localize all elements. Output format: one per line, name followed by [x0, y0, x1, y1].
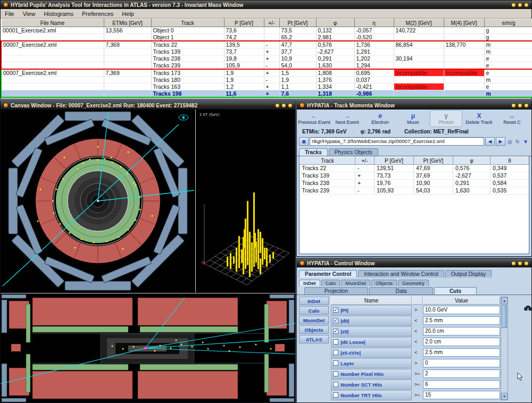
column-header[interactable]: M(2) [GeV]	[394, 19, 444, 27]
mass-table-row[interactable]: Tracks 239105,9-54,01,6301,294e	[1, 62, 532, 70]
cut-value-input[interactable]: 0	[423, 359, 500, 367]
momenta-table-row[interactable]: Tracks 238+19,7610,900,2910,584	[300, 180, 529, 187]
prev-file-button[interactable]: ◀	[485, 137, 495, 146]
mass-table-row[interactable]: 00001_Exercise2.xml13,556Object 073,673,…	[1, 27, 532, 34]
cut-name-cell[interactable]: |d0 Loose|	[331, 337, 412, 347]
column-header[interactable]: P [GeV]	[375, 157, 414, 165]
next-file-button[interactable]: ▶	[496, 137, 505, 146]
column-header[interactable]: Value	[423, 297, 500, 305]
menu-file[interactable]: File	[1, 10, 19, 18]
scroll-track[interactable]	[501, 329, 508, 393]
column-header[interactable]: +/-	[264, 19, 279, 27]
next-event-button[interactable]: →Next Event	[331, 110, 363, 127]
cut-value-input[interactable]: 2	[423, 370, 500, 378]
mass-table-row[interactable]: Tracks 23819,8+10,90,2911,20230,194e	[1, 55, 532, 62]
cut-value-input[interactable]: 6	[423, 380, 500, 389]
titlebar[interactable]: HYPATIA - Control Window	[297, 259, 531, 267]
column-header[interactable]: e/m/g	[484, 19, 532, 27]
mass-table-row[interactable]: Tracks 13973,7+37,7-2,6271,291m	[1, 48, 532, 55]
column-header[interactable]: Name	[331, 297, 412, 305]
titlebar[interactable]: Canvas Window - File: 00007_Exercise2.xm…	[1, 101, 295, 110]
lego-plot[interactable]: Σ ET (GeV)	[196, 110, 295, 292]
cut-checkbox[interactable]	[333, 339, 338, 345]
titlebar[interactable]: HYPATIA - Track Momenta Window	[297, 101, 531, 110]
scroll-thumb[interactable]	[502, 305, 507, 328]
column-header[interactable]: Track	[300, 157, 355, 165]
tab-calo[interactable]: Calo	[321, 280, 340, 286]
momenta-table-row[interactable]: Tracks 22-139,5147,690,5760,349	[300, 165, 529, 172]
cut-name-cell[interactable]: Number TRT Hits	[331, 390, 412, 400]
column-header[interactable]: η	[354, 19, 394, 27]
mass-table-row[interactable]: 00007_Exercise2.xml7,369Tracks 1731,9+1,…	[1, 69, 532, 77]
cut-name-cell[interactable]: |z0-zVtx|	[331, 348, 412, 358]
cut-checkbox[interactable]	[333, 360, 338, 366]
cut-name-cell[interactable]: ✓|d0|	[331, 316, 412, 326]
scroll-up-button[interactable]: ▲	[501, 297, 508, 304]
cut-value-input[interactable]: 2.5 mm	[423, 348, 500, 357]
cut-value-input[interactable]: 20.0 cm	[423, 327, 500, 335]
cut-checkbox[interactable]	[333, 371, 338, 376]
minimize-button[interactable]	[275, 103, 280, 108]
menu-help[interactable]: Help	[118, 10, 138, 18]
tab-data[interactable]: Data	[369, 287, 433, 295]
minimize-button[interactable]	[511, 3, 516, 7]
cut-checkbox[interactable]	[333, 392, 338, 398]
tab-tracks[interactable]: Tracks	[299, 148, 328, 156]
mass-table-row-selected[interactable]: Tracks 19811,6+7,61,318-0,986m	[1, 90, 532, 98]
photon-button[interactable]: γPhoton	[430, 110, 462, 127]
refresh-icon[interactable]: ↻	[514, 139, 521, 145]
cut-value-input[interactable]: 2.5 mm	[423, 316, 500, 325]
electron-button[interactable]: eElectron	[364, 110, 396, 127]
reset-cuts-button[interactable]: ↔Reset C	[496, 110, 528, 127]
mass-table-row[interactable]: Tracks 1631,2+1,11,334-0,421Incompatible…	[1, 83, 532, 90]
sidebar-atlas[interactable]: ATLAS	[299, 335, 329, 343]
tab-muondet[interactable]: MuonDet	[341, 280, 370, 286]
tab-output-display[interactable]: Output Display	[445, 270, 492, 278]
titlebar[interactable]: HYbrid Pupils' Analysis Tool for Interac…	[1, 1, 531, 9]
delete-track-button[interactable]: XDelete Track	[463, 110, 495, 127]
column-header[interactable]: φ	[453, 157, 491, 165]
cut-checkbox[interactable]	[333, 382, 338, 387]
maximize-button[interactable]	[518, 103, 522, 108]
tab-objects[interactable]: Objects	[371, 280, 397, 286]
cut-name-cell[interactable]: Number Pixel Hits	[331, 369, 412, 379]
close-button[interactable]	[524, 3, 529, 7]
cut-checkbox[interactable]: ✓	[333, 318, 338, 323]
close-button[interactable]	[524, 261, 529, 266]
mass-table-row[interactable]: Object 174,265,22,981-0,520g	[1, 34, 532, 41]
column-header[interactable]: ETMis [GeV]	[104, 19, 151, 27]
momenta-table-row[interactable]: Tracks 139+73,7337,69-2,6270,537	[300, 172, 529, 180]
tab-indet[interactable]: InDet	[299, 280, 320, 286]
tab-cuts[interactable]: Cuts	[434, 287, 477, 295]
cut-name-cell[interactable]: ✓|z0|	[331, 326, 412, 337]
tab-projection[interactable]: Projection	[304, 287, 368, 295]
menu-view[interactable]: View	[19, 10, 40, 18]
down-icon[interactable]: ▼	[522, 139, 529, 145]
column-header[interactable]: M(4) [GeV]	[444, 19, 484, 27]
column-header[interactable]: File Name	[1, 19, 104, 27]
tab-geometry[interactable]: Geometry	[398, 280, 429, 286]
column-header[interactable]: Pt [GeV]	[414, 157, 453, 165]
cut-value-input[interactable]: 15	[423, 391, 500, 399]
column-header[interactable]: Track	[151, 19, 224, 27]
muon-button[interactable]: μMuon	[397, 110, 429, 127]
maximize-button[interactable]	[518, 261, 522, 266]
mass-table-row[interactable]: Tracks 1801,9-1,91,3760,037m	[1, 77, 532, 83]
column-header[interactable]: +/-	[355, 157, 375, 165]
cut-value-input[interactable]: 10.0 GeV	[423, 306, 500, 314]
save-button[interactable]: ▣	[299, 137, 309, 146]
momenta-table-row[interactable]: Tracks 239-105,9354,031,6300,535	[300, 187, 529, 195]
menu-histograms[interactable]: Histograms	[39, 10, 78, 18]
close-button[interactable]	[288, 103, 293, 108]
sidebar-muondet[interactable]: MuonDet	[299, 316, 329, 324]
sidebar-objects[interactable]: Objects	[299, 325, 329, 334]
column-header[interactable]: φ	[316, 19, 354, 27]
link-icon[interactable]: ◎	[506, 139, 513, 145]
cut-name-cell[interactable]: Layer	[331, 358, 412, 368]
mass-table-row[interactable]: 00007_Exercise2.xml7,369Tracks 22139,5-4…	[1, 41, 532, 48]
column-header[interactable]: Pt [GeV]	[279, 19, 316, 27]
binoculars-icon[interactable]	[523, 305, 531, 311]
detector-side-view[interactable]	[1, 293, 295, 402]
minimize-button[interactable]	[511, 103, 516, 108]
cut-name-cell[interactable]: Number SCT Hits	[331, 380, 412, 390]
